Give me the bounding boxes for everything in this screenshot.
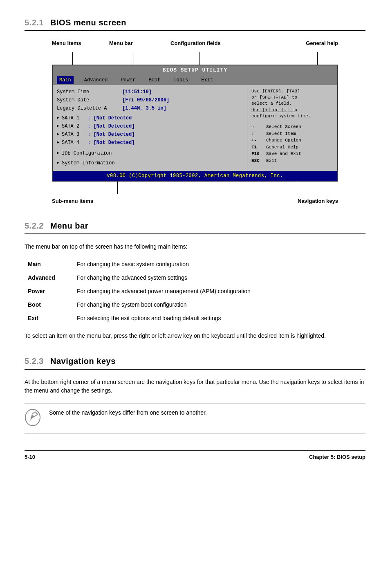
menu-name-advanced: Advanced (25, 271, 74, 285)
bios-value-sata2: : [Not Detected] (87, 123, 134, 130)
bios-diagram: Menu items Menu bar Configuration fields… (25, 39, 365, 205)
bios-label-system-date: System Date (57, 97, 122, 104)
label-sub-menu-items: Sub-menu items (52, 197, 93, 205)
bios-nav-select-screen: ↔ Select Screen (251, 123, 333, 130)
bios-desc-select-item: Select Item (266, 130, 296, 137)
bios-labels-bottom: Sub-menu items Navigation keys (52, 197, 338, 205)
bios-menu-power[interactable]: Power (118, 76, 138, 84)
section-523-heading: 5.2.3 Navigation keys (25, 355, 365, 370)
table-row: Power For changing the advanced power ma… (25, 285, 365, 298)
bios-footer: v08.00 (C)Copyright 1985-2002, American … (53, 171, 337, 181)
section-521: 5.2.1 BIOS menu screen Menu items Menu b… (25, 16, 365, 205)
bios-title-bar: BIOS SETUP UTILITY (53, 65, 337, 75)
bios-label-sata1: SATA 1 (62, 114, 79, 122)
label-nav-keys: Navigation keys (298, 197, 338, 205)
menu-desc-boot: For changing the system boot configurati… (74, 298, 365, 312)
label-config-fields: Configuration fields (170, 39, 221, 47)
bios-sata3: ► SATA 3 : [Not Detected] (57, 131, 243, 138)
svg-line-2 (34, 414, 38, 417)
bios-key-f1: F1 (251, 144, 264, 151)
menu-name-exit: Exit (25, 312, 74, 325)
bios-desc-f10: Save and Exit (266, 150, 301, 157)
bios-label-sata4: SATA 4 (62, 139, 79, 146)
bios-row-system-date: System Date [Fri 09/08/2006] (57, 97, 243, 104)
bios-label-system-time: System Time (57, 88, 122, 96)
footer-page-number: 5-10 (25, 453, 35, 461)
table-row: Exit For selecting the exit options and … (25, 312, 365, 325)
bios-nav-keys: ↔ Select Screen ↕ Select Item +- Change … (251, 123, 333, 164)
section-522-title: Menu bar (50, 221, 88, 230)
bios-body: System Time [11:51:19] System Date [Fri … (53, 85, 337, 171)
bios-ide-config: ► IDE Configuration (57, 150, 243, 157)
bios-label-sata2: SATA 2 (62, 123, 79, 130)
bios-value-diskette: [1.44M, 3.5 in] (122, 105, 166, 112)
bios-key-f10: F10 (251, 150, 264, 157)
menu-name-power: Power (25, 285, 74, 298)
svg-line-1 (32, 412, 35, 414)
bios-desc-f1: General Help (266, 144, 298, 151)
bios-arrow-sata4: ► (57, 139, 59, 146)
table-row: Advanced For changing the advanced syste… (25, 271, 365, 285)
bios-value-sata3: : [Not Detected] (87, 131, 134, 138)
bios-nav-change-opt: +- Change Option (251, 137, 333, 144)
bios-menu-advanced[interactable]: Advanced (82, 76, 110, 84)
bios-value-system-time: [11:51:19] (122, 88, 152, 96)
bios-left-panel: System Time [11:51:19] System Date [Fri … (53, 85, 247, 171)
bios-help-underline: Use [+] or [-] to (251, 108, 297, 112)
bios-key-lr: ↔ (251, 123, 264, 130)
bios-menu-bar: Main Advanced Power Boot Tools Exit (53, 75, 337, 85)
bios-menu-exit[interactable]: Exit (199, 76, 215, 84)
bios-label-sata3: SATA 3 (62, 131, 79, 138)
menu-desc-exit: For selecting the exit options and loadi… (74, 312, 365, 325)
bios-label-diskette: Legacy Diskette A (57, 105, 122, 112)
bios-menu-tools[interactable]: Tools (171, 76, 191, 84)
section-523-intro: At the bottom right corner of a menu scr… (25, 378, 365, 395)
section-522-heading: 5.2.2 Menu bar (25, 220, 365, 234)
label-menu-items: Menu items (52, 39, 81, 47)
section-522-nav-note: To select an item on the menu bar, press… (25, 332, 365, 340)
bios-help-text: Use [ENTER], [TAB] or [SHIFT-TAB] to sel… (251, 88, 333, 120)
section-522: 5.2.2 Menu bar The menu bar on top of th… (25, 220, 365, 340)
label-menu-bar: Menu bar (109, 39, 133, 47)
bios-screen: BIOS SETUP UTILITY Main Advanced Power B… (52, 65, 338, 182)
bios-nav-esc: ESC Exit (251, 157, 333, 164)
bios-nav-f1: F1 General Help (251, 144, 333, 151)
section-521-heading: 5.2.1 BIOS menu screen (25, 16, 365, 31)
note-text: Some of the navigation keys differ from … (49, 408, 207, 417)
section-523-title: Navigation keys (50, 357, 116, 366)
bios-nav-select-item: ↕ Select Item (251, 130, 333, 137)
section-521-title: BIOS menu screen (50, 18, 126, 27)
bios-menu-main[interactable]: Main (57, 76, 74, 84)
section-522-content: The menu bar on top of the screen has th… (25, 242, 365, 340)
bios-label-sys-info: System Information (62, 159, 115, 167)
bios-row-system-time: System Time [11:51:19] (57, 88, 243, 96)
label-general-help: General help (306, 39, 338, 47)
note-box: Some of the navigation keys differ from … (25, 403, 365, 434)
menu-name-main: Main (25, 258, 74, 271)
table-row: Boot For changing the system boot config… (25, 298, 365, 312)
menu-desc-power: For changing the advanced power manageme… (74, 285, 365, 298)
table-row: Main For changing the basic system confi… (25, 258, 365, 271)
bios-desc-esc: Exit (266, 157, 277, 164)
bios-arrow-sata2: ► (57, 123, 59, 129)
menu-desc-main: For changing the basic system configurat… (74, 258, 365, 271)
section-523-number: 5.2.3 (25, 357, 44, 366)
section-523-content: At the bottom right corner of a menu scr… (25, 378, 365, 434)
footer-chapter-label: Chapter 5: BIOS setup (309, 453, 365, 461)
section-522-intro: The menu bar on top of the screen has th… (25, 242, 365, 251)
bios-sata4: ► SATA 4 : [Not Detected] (57, 139, 243, 146)
bios-menu-boot[interactable]: Boot (146, 76, 163, 84)
bios-arrow-sata3: ► (57, 131, 59, 137)
section-521-number: 5.2.1 (25, 18, 44, 27)
bios-right-panel: Use [ENTER], [TAB] or [SHIFT-TAB] to sel… (247, 85, 337, 171)
bios-sata1: ► SATA 1 : [Not Detected (57, 114, 243, 122)
bios-row-diskette: Legacy Diskette A [1.44M, 3.5 in] (57, 105, 243, 112)
bios-sata2: ► SATA 2 : [Not Detected] (57, 123, 243, 130)
bios-desc-select-screen: Select Screen (266, 123, 301, 130)
note-icon (25, 408, 41, 429)
section-522-number: 5.2.2 (25, 221, 44, 230)
bios-value-system-date: [Fri 09/08/2006] (122, 97, 169, 104)
bios-value-sata4: : [Not Detected] (87, 139, 134, 146)
menu-name-boot: Boot (25, 298, 74, 312)
bios-nav-f10: F10 Save and Exit (251, 150, 333, 157)
